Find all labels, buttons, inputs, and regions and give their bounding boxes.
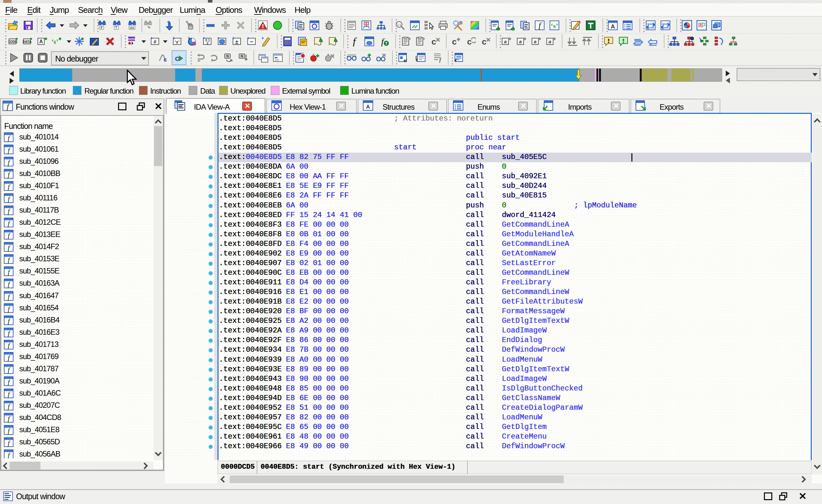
svg-text:A: A (366, 104, 370, 110)
svg-text:101: 101 (129, 26, 134, 29)
svg-text:#: # (100, 26, 102, 29)
svg-text:T: T (115, 26, 117, 29)
